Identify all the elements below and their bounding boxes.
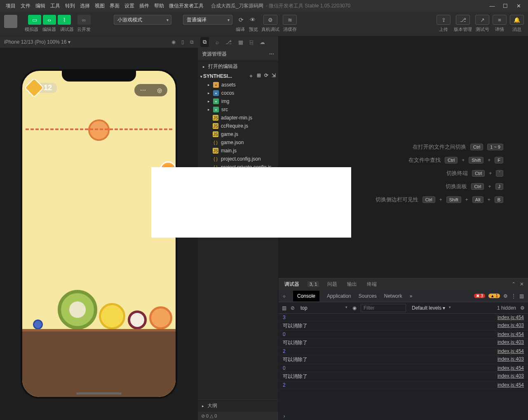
dock-icon[interactable]: ▥ — [519, 293, 524, 299]
upload-icon[interactable]: ⇪ — [436, 15, 451, 25]
debugger-button[interactable]: ⌇ — [58, 15, 71, 25]
message-icon[interactable]: 🔔 — [510, 15, 524, 25]
tab-terminal[interactable]: 终端 — [365, 279, 378, 289]
explorer-more-icon[interactable]: ⋯ — [269, 51, 274, 57]
subtab-application[interactable]: Application — [327, 293, 351, 299]
console-log[interactable]: 可以消除了index.js:403 — [279, 338, 528, 348]
compile-icon[interactable]: ⟳ — [236, 15, 246, 25]
menu-settings[interactable]: 设置 — [122, 1, 137, 11]
refresh-icon[interactable]: ⟳ — [264, 72, 268, 79]
popout-icon[interactable]: ⧉ — [190, 39, 194, 45]
eye-icon[interactable]: ◉ — [352, 305, 357, 311]
device-icon[interactable]: ▯ — [181, 39, 184, 45]
error-count[interactable]: ✖ 3 — [474, 294, 485, 298]
clear-console-icon[interactable]: ⊘ — [291, 305, 295, 311]
chevron-up-icon[interactable]: ⌃ — [512, 281, 516, 287]
console-log[interactable]: 0index.js:454 — [279, 364, 528, 372]
test-icon[interactable]: ↗ — [475, 15, 489, 25]
minimize-icon[interactable]: — — [489, 3, 495, 9]
new-folder-icon[interactable]: ⊞ — [257, 72, 261, 79]
menu-ui[interactable]: 界面 — [107, 1, 122, 11]
folder-assets[interactable]: ▪assets — [198, 81, 278, 89]
more-tab-icon[interactable]: ☁ — [260, 39, 265, 45]
gear2-icon[interactable]: ⚙ — [520, 305, 525, 311]
compile-dropdown[interactable]: 普通编译 — [183, 15, 232, 25]
remote-debug-icon[interactable]: ⚙ — [263, 15, 277, 25]
gear-icon[interactable]: ⚙ — [503, 293, 508, 299]
console-log[interactable]: 3index.js:454 — [279, 314, 528, 322]
menu-edit[interactable]: 编辑 — [33, 1, 48, 11]
console-log[interactable]: 0index.js:454 — [279, 331, 528, 338]
tab-problems[interactable]: 问题 — [326, 279, 339, 289]
menu-wechat[interactable]: 微信开发者工具 — [167, 1, 206, 11]
editor-button[interactable]: ‹› — [43, 15, 56, 25]
avatar[interactable] — [4, 15, 17, 28]
sidebar-toggle-icon[interactable]: ▥ — [282, 305, 286, 311]
db-tab-icon[interactable]: ⌸ — [250, 39, 253, 45]
console-log[interactable]: 可以消除了index.js:403 — [279, 322, 528, 331]
menu-project[interactable]: 项目 — [3, 1, 18, 11]
file-adapter-min.js[interactable]: JSadapter-min.js — [198, 114, 278, 122]
menu-tools[interactable]: 工具 — [48, 1, 63, 11]
file-main.js[interactable]: JSmain.js — [198, 147, 278, 155]
subtab-sources[interactable]: Sources — [359, 293, 377, 299]
menu-goto[interactable]: 转到 — [63, 1, 77, 11]
simulator-button[interactable]: ▭ — [28, 15, 41, 25]
console-prompt[interactable]: › — [279, 413, 528, 420]
record-icon[interactable]: ◉ — [171, 39, 176, 45]
project-root[interactable]: SYNTHESI... ＋⊞⟳⇲ — [198, 71, 278, 81]
warning-count[interactable]: ▲ 1 — [488, 294, 500, 298]
inspect-icon[interactable]: ⟐ — [283, 293, 286, 299]
collapse-icon[interactable]: ⇲ — [272, 72, 276, 79]
menu-help[interactable]: 帮助 — [152, 1, 167, 11]
more-tabs-icon[interactable]: » — [410, 293, 413, 299]
mode-dropdown[interactable]: 小游戏模式 — [114, 15, 171, 25]
menu-plugins[interactable]: 插件 — [137, 1, 152, 11]
kebab-icon[interactable]: ⋮ — [511, 293, 516, 299]
close-panel-icon[interactable]: ✕ — [520, 281, 524, 287]
outline-section[interactable]: 大纲 — [198, 399, 278, 412]
folder-cocos[interactable]: ▪cocos — [198, 89, 278, 97]
ext-tab-icon[interactable]: ▦ — [238, 39, 243, 45]
filter-input[interactable] — [361, 304, 406, 312]
explorer-tab-icon[interactable]: ⧉ — [200, 37, 209, 47]
levels-selector[interactable]: Default levels ▾ — [410, 304, 452, 312]
search-tab-icon[interactable]: ⌕ — [216, 39, 219, 45]
open-editors-section[interactable]: 打开的编辑器 — [198, 62, 278, 71]
tab-debugger[interactable]: 调试器 — [283, 279, 301, 289]
console-log[interactable]: 2index.js:454 — [279, 348, 528, 355]
menu-select[interactable]: 选择 — [77, 1, 92, 11]
hidden-count[interactable]: 1 hidden — [497, 305, 516, 311]
close-icon[interactable]: ✕ — [516, 3, 521, 9]
clear-cache-icon[interactable]: ≋ — [283, 15, 297, 25]
file-project.config.json[interactable]: { }project.config.json — [198, 155, 278, 163]
device-selector[interactable]: iPhone 12/13 (Pro) 100% 16 ▾ — [4, 39, 70, 45]
capsule-menu[interactable]: ⋯◎ — [134, 84, 167, 96]
console-output[interactable]: 3index.js:454可以消除了index.js:4030index.js:… — [279, 314, 528, 413]
new-file-icon[interactable]: ＋ — [249, 72, 253, 79]
cloud-button[interactable]: ∞ — [77, 15, 91, 25]
console-log[interactable]: 可以消除了index.js:403 — [279, 355, 528, 364]
detail-icon[interactable]: ≡ — [493, 15, 507, 25]
menu-file[interactable]: 文件 — [18, 1, 33, 11]
folder-src[interactable]: ▪src — [198, 105, 278, 114]
target-icon[interactable]: ◎ — [157, 87, 162, 93]
maximize-icon[interactable]: ☐ — [502, 3, 508, 9]
file-game.js[interactable]: JSgame.js — [198, 130, 278, 138]
preview-icon[interactable]: 👁 — [248, 15, 258, 25]
console-log[interactable]: 2index.js:454 — [279, 381, 528, 389]
more-icon[interactable]: ⋯ — [140, 87, 146, 93]
console-log[interactable]: 可以消除了index.js:403 — [279, 372, 528, 381]
menu-view[interactable]: 视图 — [92, 1, 107, 11]
shortcut-row: 切换侧边栏可见性Ctrl+Shift+Alt+B — [375, 196, 503, 203]
tab-output[interactable]: 输出 — [345, 279, 359, 289]
git-tab-icon[interactable]: ⎇ — [225, 39, 232, 45]
file-game.json[interactable]: { }game.json — [198, 138, 278, 147]
context-selector[interactable]: top — [299, 304, 348, 312]
folder-img[interactable]: ▪img — [198, 97, 278, 105]
subtab-network[interactable]: Network — [384, 293, 402, 299]
status-bar: ⊘ 0 △ 0 — [198, 412, 278, 420]
file-ccRequire.js[interactable]: JSccRequire.js — [198, 122, 278, 130]
subtab-console[interactable]: Console — [293, 291, 319, 301]
version-icon[interactable]: ⎇ — [456, 15, 470, 25]
